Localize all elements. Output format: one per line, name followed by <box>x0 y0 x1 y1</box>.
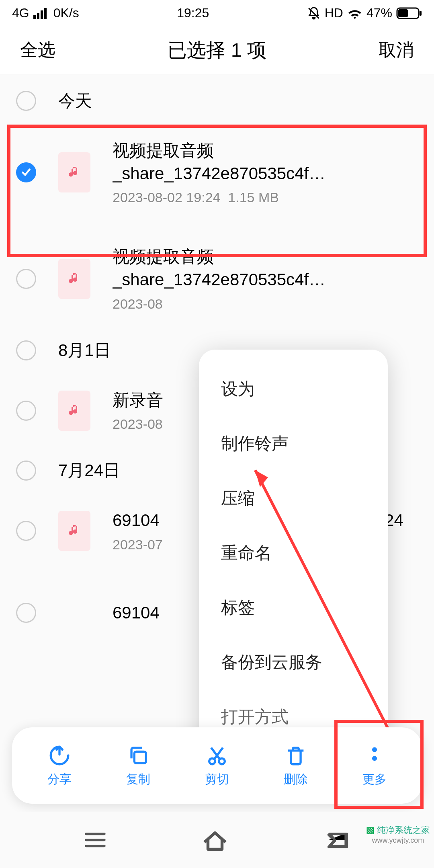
menu-nav-icon[interactable] <box>83 830 107 850</box>
share-button[interactable]: 分享 <box>20 744 99 788</box>
music-file-icon <box>58 511 90 551</box>
music-file-icon <box>58 259 90 299</box>
select-all-button[interactable]: 全选 <box>20 38 55 62</box>
section-checkbox[interactable] <box>16 340 36 360</box>
svg-rect-3 <box>44 8 47 19</box>
hd-label: HD <box>325 6 343 20</box>
music-file-icon <box>58 152 90 192</box>
selection-header: 全选 已选择 1 项 取消 <box>0 26 434 74</box>
file-name: 视频提取音频_share_13742e870535c4f… <box>113 139 418 185</box>
svg-rect-9 <box>134 751 146 763</box>
file-name: 视频提取音频_share_13742e870535c4f… <box>113 246 418 291</box>
svg-rect-6 <box>420 11 422 16</box>
menu-tag[interactable]: 标签 <box>199 580 388 635</box>
menu-rename[interactable]: 重命名 <box>199 526 388 580</box>
delete-button[interactable]: 删除 <box>256 744 335 788</box>
more-button[interactable]: 更多 <box>335 744 414 788</box>
battery-icon <box>396 7 422 19</box>
cancel-button[interactable]: 取消 <box>379 38 414 62</box>
section-title: 8月1日 <box>58 339 111 362</box>
file-checkbox[interactable] <box>16 401 36 421</box>
svg-point-13 <box>372 756 377 761</box>
section-checkbox[interactable] <box>16 91 36 111</box>
network-speed: 0K/s <box>53 6 79 20</box>
more-menu: 设为 制作铃声 压缩 重命名 标签 备份到云服务 打开方式 <box>199 350 388 756</box>
action-bar: 分享 复制 剪切 删除 更多 <box>12 727 422 804</box>
music-file-icon <box>58 391 90 431</box>
file-checkbox[interactable] <box>16 521 36 541</box>
watermark: ▧ 纯净系统之家www.ycwjty.com <box>366 825 430 845</box>
file-item[interactable]: 视频提取音频_share_13742e870535c4f… 2023-08-02… <box>0 127 434 217</box>
share-icon <box>48 744 71 767</box>
delete-icon <box>284 744 307 767</box>
file-meta: 2023-08 <box>113 296 418 312</box>
mute-icon <box>307 6 321 20</box>
more-icon <box>363 744 386 767</box>
file-checkbox[interactable] <box>16 269 36 289</box>
menu-make-ringtone[interactable]: 制作铃声 <box>199 416 388 471</box>
file-meta: 2023-08-02 19:24 1.15 MB <box>113 190 418 205</box>
battery-pct: 47% <box>366 6 392 20</box>
menu-backup-cloud[interactable]: 备份到云服务 <box>199 635 388 690</box>
svg-rect-1 <box>37 13 39 19</box>
section-title: 7月24日 <box>58 459 120 482</box>
copy-icon <box>127 744 150 767</box>
copy-button[interactable]: 复制 <box>99 744 178 788</box>
section-header[interactable]: 今天 <box>0 74 434 127</box>
menu-set-as[interactable]: 设为 <box>199 362 388 416</box>
file-item[interactable]: 视频提取音频_share_13742e870535c4f… 2023-08 <box>0 233 434 323</box>
svg-rect-2 <box>41 10 43 19</box>
cut-button[interactable]: 剪切 <box>178 744 256 788</box>
section-title: 今天 <box>58 90 92 112</box>
back-nav-icon[interactable] <box>323 830 351 850</box>
menu-compress[interactable]: 压缩 <box>199 471 388 526</box>
home-nav-icon[interactable] <box>201 828 229 852</box>
header-title: 已选择 1 项 <box>55 37 379 63</box>
status-time: 19:25 <box>177 6 209 20</box>
file-checkbox[interactable] <box>16 162 36 182</box>
section-checkbox[interactable] <box>16 461 36 481</box>
svg-rect-0 <box>33 15 36 19</box>
network-type: 4G <box>12 6 29 20</box>
signal-icon <box>33 7 49 19</box>
cut-icon <box>205 744 229 767</box>
wifi-icon <box>347 7 362 19</box>
svg-point-12 <box>372 747 377 752</box>
status-bar: 4G 0K/s 19:25 HD 47% <box>0 0 434 26</box>
file-checkbox[interactable] <box>16 603 36 623</box>
svg-rect-5 <box>398 9 408 17</box>
